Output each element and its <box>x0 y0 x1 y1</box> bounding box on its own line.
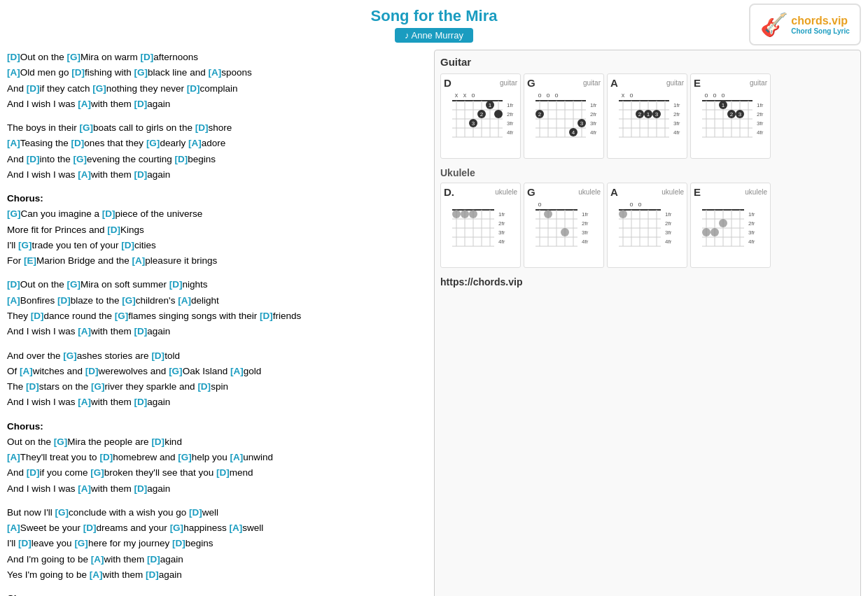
lyric-text: swell <box>242 523 263 533</box>
svg-text:1: 1 <box>647 111 650 118</box>
lyric-text: mend <box>230 467 253 478</box>
chord-panel: Guitar D guitar x x o <box>434 50 861 596</box>
lyrics-line: The boys in their [G]boats call to girls… <box>7 120 427 136</box>
lyric-text: shore <box>208 122 232 133</box>
lyric-text: I'll <box>7 538 18 548</box>
lyric-text: kind <box>164 437 182 447</box>
chord-marker: [G] <box>169 366 183 376</box>
chord-marker: [A] <box>90 569 103 580</box>
A-ukulele-diagram: o o 1fr <box>610 199 684 262</box>
chord-marker: [G] <box>170 523 184 533</box>
lyrics-spacer <box>7 411 427 419</box>
lyrics-line: But now I'll [G]conclude with a wish you… <box>7 505 427 520</box>
svg-text:2: 2 <box>480 111 484 118</box>
lyric-text: friends <box>273 311 302 321</box>
svg-text:4fr: 4fr <box>590 129 597 136</box>
lyric-text: dreams and your <box>97 523 170 533</box>
chord-marker: [G] <box>67 279 81 290</box>
chord-marker: [D] <box>26 381 39 392</box>
lyrics-line: Yes I'm going to be [A]with them [D]agai… <box>7 567 427 583</box>
lyric-text: evening the courting <box>87 154 174 164</box>
ukulele-chord-A: A ukulele o o <box>607 183 687 268</box>
svg-text:2: 2 <box>730 111 734 118</box>
lyrics-line: I'll [D]leave you [G]here for my journey… <box>7 536 427 551</box>
svg-text:3: 3 <box>655 111 659 118</box>
lyric-text: Sweet be your <box>20 523 83 533</box>
chord-marker: [D] <box>27 83 40 94</box>
svg-text:2fr: 2fr <box>757 111 764 118</box>
artist-badge[interactable]: Anne Murray <box>395 28 473 43</box>
chord-marker: [G] <box>7 208 21 219</box>
D-guitar-diagram: x x o <box>444 90 517 153</box>
lyric-text: again <box>147 397 170 407</box>
lyric-text: with them <box>102 569 146 580</box>
lyric-text: into the <box>40 154 74 164</box>
lyric-text: spoons <box>221 67 252 78</box>
chord-marker: [D] <box>134 326 148 336</box>
lyric-text: delight <box>191 295 219 306</box>
lyric-text: Mira on soft summer <box>80 279 169 290</box>
lyric-text: complain <box>200 83 237 94</box>
lyric-text: nights <box>183 279 208 290</box>
lyric-text: I'll <box>7 240 18 250</box>
lyrics-spacer <box>7 497 427 505</box>
svg-text:4fr: 4fr <box>757 129 764 136</box>
ukulele-chord-D: D. ukulele <box>440 183 521 268</box>
chord-marker: [G] <box>74 538 88 548</box>
lyrics-spacer <box>7 183 427 191</box>
chord-marker: [G] <box>67 52 81 62</box>
chord-marker: [D] <box>146 569 159 580</box>
ukulele-chord-G: G ukulele o <box>524 183 604 268</box>
lyric-text: ashes stories are <box>77 350 152 361</box>
chord-marker: [D] <box>151 350 164 361</box>
G-guitar-diagram: o o o <box>527 90 601 153</box>
lyric-text: Old men go <box>20 67 72 78</box>
lyric-text: here for my journey <box>88 538 172 548</box>
lyric-text: Oak Island <box>183 366 230 376</box>
chord-marker: [A] <box>78 99 91 109</box>
chord-marker: [D] <box>174 154 188 164</box>
D-ukulele-diagram: 1fr 2fr 3fr 4fr <box>444 199 517 262</box>
chord-marker: [D] <box>99 452 113 462</box>
chord-marker: [D] <box>216 467 230 478</box>
chord-marker: [D] <box>151 437 164 447</box>
lyrics-line: [A]Bonfires [D]blaze to the [G]children'… <box>7 293 427 308</box>
lyric-text: nothing they never <box>106 83 187 94</box>
svg-text:3: 3 <box>472 120 475 127</box>
svg-text:1fr: 1fr <box>665 211 672 218</box>
lyrics-line: Of [A]witches and [D]werewolves and [G]O… <box>7 364 427 379</box>
chorus-label: Chorus: <box>7 191 427 206</box>
svg-text:2fr: 2fr <box>507 111 514 118</box>
lyrics-line: They [D]dance round the [G]flames singin… <box>7 308 427 324</box>
lyric-text: And <box>7 154 27 164</box>
logo: 🎸 chords .vip Chord Song Lyric <box>749 3 861 45</box>
svg-text:x: x <box>455 92 458 99</box>
svg-text:3fr: 3fr <box>673 120 680 127</box>
lyrics-line: I'll [G]trade you ten of your [D]cities <box>7 238 427 253</box>
song-title: Song for the Mira <box>0 7 868 25</box>
svg-text:1: 1 <box>489 102 492 108</box>
chord-marker: [A] <box>78 326 91 336</box>
svg-text:3fr: 3fr <box>757 120 764 127</box>
lyrics-line: And over the [G]ashes stories are [D]tol… <box>7 348 427 364</box>
chord-marker: [D] <box>83 523 97 533</box>
lyric-text: Out on the <box>20 279 67 290</box>
chord-marker: [D] <box>147 554 160 565</box>
lyric-text: ones that they <box>84 138 146 148</box>
svg-text:x: x <box>622 92 625 99</box>
chord-marker: [D] <box>172 538 186 548</box>
chord-marker: [A] <box>178 295 191 306</box>
svg-text:o: o <box>538 201 541 208</box>
lyric-text: begins <box>186 538 214 548</box>
lyric-text: trade you ten of your <box>32 240 122 250</box>
svg-text:4fr: 4fr <box>748 239 755 245</box>
chord-marker: [D] <box>169 279 183 290</box>
chord-marker: [D] <box>31 311 44 321</box>
svg-text:1fr: 1fr <box>498 211 505 218</box>
chord-marker: [D] <box>57 295 71 306</box>
chord-marker: [A] <box>91 554 104 565</box>
chord-marker: [A] <box>7 295 20 306</box>
guitar-chord-D: D guitar x x o <box>440 73 521 159</box>
chord-marker: [D] <box>195 122 209 133</box>
lyric-text: Out on the <box>20 52 67 62</box>
